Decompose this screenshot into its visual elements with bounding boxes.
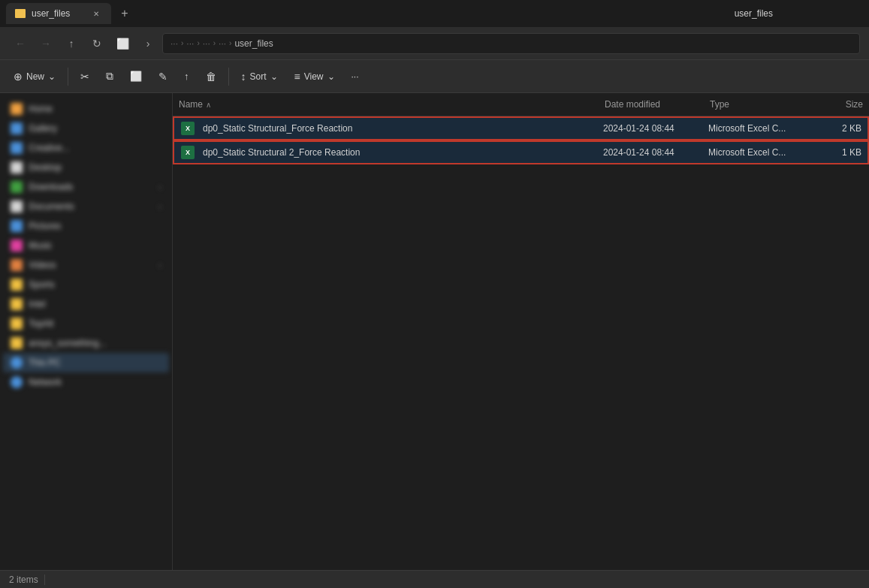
sidebar-item-network[interactable]: Network bbox=[3, 372, 169, 392]
sidebar-item-documents[interactable]: Documents › bbox=[3, 197, 169, 216]
file-name: dp0_Static Structural_Force Reaction bbox=[203, 123, 591, 134]
new-tab-button[interactable]: + bbox=[114, 3, 135, 24]
tab-user-files[interactable]: user_files ✕ bbox=[6, 3, 111, 24]
breadcrumb-separator: › bbox=[181, 39, 183, 47]
column-type[interactable]: Type bbox=[704, 96, 809, 113]
file-list: Name ∧ Date modified Type Size X dp0_Sta… bbox=[173, 93, 869, 570]
cut-icon: ✂ bbox=[80, 71, 89, 83]
sidebar-item-videos[interactable]: Videos › bbox=[3, 255, 169, 275]
toolbar-separator bbox=[68, 68, 68, 86]
content-area: Home Gallery Creative... Desktop Downloa… bbox=[0, 93, 869, 570]
sidebar-item-topalt[interactable]: TopAlt bbox=[3, 314, 169, 333]
view-label: View bbox=[304, 71, 324, 82]
column-name[interactable]: Name ∧ bbox=[173, 96, 599, 113]
folder-icon bbox=[11, 337, 23, 349]
folder-icon bbox=[11, 298, 23, 310]
folder-icon bbox=[11, 161, 23, 173]
sidebar-item-music[interactable]: Music bbox=[3, 236, 169, 255]
file-type: Microsoft Excel C... bbox=[702, 144, 807, 161]
sidebar-item-count: › bbox=[158, 182, 161, 191]
breadcrumb-segment: user_files bbox=[234, 38, 273, 49]
sort-button[interactable]: ↕ Sort ⌄ bbox=[234, 67, 285, 86]
breadcrumb-items: ··· › ··· › ··· › ··· › user_files bbox=[170, 38, 273, 49]
sidebar-item-count: › bbox=[158, 261, 161, 270]
sidebar-item-pictures[interactable]: Pictures bbox=[3, 216, 169, 236]
new-button[interactable]: ⊕ New ⌄ bbox=[6, 67, 63, 86]
column-date[interactable]: Date modified bbox=[599, 96, 704, 113]
share-icon: ↑ bbox=[184, 71, 189, 82]
sidebar-item-label: Music bbox=[29, 240, 52, 251]
status-separator bbox=[44, 574, 45, 585]
folder-icon bbox=[11, 259, 23, 271]
more-icon: ··· bbox=[352, 71, 359, 82]
navigation-bar: ← → ↑ ↻ ⬜ › ··· › ··· › ··· › ··· › user… bbox=[0, 27, 869, 60]
sidebar-item-gallery[interactable]: Gallery bbox=[3, 119, 169, 138]
sidebar-item-thispc[interactable]: This PC bbox=[3, 353, 169, 372]
breadcrumb-segment: ··· bbox=[219, 38, 226, 49]
sidebar-item-downloads[interactable]: Downloads › bbox=[3, 177, 169, 197]
folder-icon bbox=[11, 279, 23, 291]
window-title: user_files bbox=[735, 8, 863, 19]
breadcrumb-segment: ··· bbox=[186, 38, 194, 49]
sidebar-item-ansys[interactable]: ansys_something... bbox=[3, 333, 169, 353]
breadcrumb-separator: › bbox=[229, 39, 231, 47]
view-icon: ⬜ bbox=[116, 38, 129, 50]
sidebar-item-label: Documents bbox=[29, 201, 74, 212]
chevron-button[interactable]: › bbox=[137, 32, 159, 55]
toolbar-separator bbox=[228, 68, 229, 86]
breadcrumb-separator: › bbox=[197, 39, 199, 47]
file-icon: X bbox=[180, 145, 195, 160]
sort-chevron-icon: ⌄ bbox=[270, 71, 278, 82]
view-toggle-button[interactable]: ⬜ bbox=[111, 32, 134, 55]
folder-icon bbox=[11, 181, 23, 193]
view-chevron-icon: ⌄ bbox=[327, 71, 335, 82]
sidebar-item-label: Pictures bbox=[29, 221, 61, 231]
file-row[interactable]: X dp0_Static Structural_Force Reaction 2… bbox=[173, 116, 869, 140]
share-button[interactable]: ↑ bbox=[177, 67, 197, 86]
file-date: 2024-01-24 08:44 bbox=[597, 120, 702, 137]
breadcrumb-bar[interactable]: ··· › ··· › ··· › ··· › user_files bbox=[162, 33, 860, 54]
sidebar-item-creative[interactable]: Creative... bbox=[3, 138, 169, 158]
back-icon: ← bbox=[15, 38, 26, 50]
folder-icon bbox=[11, 103, 23, 115]
delete-button[interactable]: 🗑 bbox=[198, 67, 224, 86]
sort-icon: ↕ bbox=[241, 71, 246, 83]
copy-button[interactable]: ⧉ bbox=[98, 66, 121, 86]
file-date: 2024-01-24 08:44 bbox=[597, 144, 702, 161]
sidebar-item-label: Downloads bbox=[29, 182, 73, 192]
pc-icon bbox=[11, 357, 23, 369]
sidebar-item-count: › bbox=[158, 202, 161, 211]
file-row[interactable]: X dp0_Static Structural 2_Force Reaction… bbox=[173, 140, 869, 164]
forward-button[interactable]: → bbox=[35, 32, 57, 55]
file-list-header: Name ∧ Date modified Type Size bbox=[173, 93, 869, 116]
title-bar: user_files ✕ + user_files bbox=[0, 0, 869, 27]
file-size: 2 KB bbox=[807, 120, 867, 137]
view-icon: ≡ bbox=[294, 71, 300, 83]
tab-close-button[interactable]: ✕ bbox=[90, 8, 102, 20]
up-button[interactable]: ↑ bbox=[60, 32, 83, 55]
refresh-button[interactable]: ↻ bbox=[86, 32, 108, 55]
file-size: 1 KB bbox=[807, 144, 867, 161]
column-date-label: Date modified bbox=[605, 99, 660, 110]
view-button[interactable]: ≡ View ⌄ bbox=[287, 67, 342, 86]
tab-folder-icon bbox=[15, 9, 26, 18]
sidebar: Home Gallery Creative... Desktop Downloa… bbox=[0, 93, 173, 570]
back-button[interactable]: ← bbox=[9, 32, 32, 55]
sidebar-item-label: This PC bbox=[29, 357, 61, 368]
rename-button[interactable]: ✎ bbox=[151, 67, 175, 86]
sidebar-item-home[interactable]: Home bbox=[3, 99, 169, 119]
excel-icon: X bbox=[181, 122, 195, 135]
sort-arrow-icon: ∧ bbox=[206, 101, 211, 109]
cut-button[interactable]: ✂ bbox=[73, 67, 97, 86]
more-button[interactable]: ··· bbox=[344, 68, 367, 86]
breadcrumb-separator: › bbox=[213, 39, 216, 47]
column-size[interactable]: Size bbox=[809, 96, 869, 113]
column-size-label: Size bbox=[846, 99, 863, 110]
sidebar-item-label: Gallery bbox=[29, 123, 57, 134]
paste-button[interactable]: ⬜ bbox=[122, 67, 149, 86]
sidebar-item-sports[interactable]: Sports bbox=[3, 275, 169, 294]
sidebar-item-intel[interactable]: Intel bbox=[3, 294, 169, 314]
file-type: Microsoft Excel C... bbox=[702, 120, 807, 137]
folder-icon bbox=[11, 142, 23, 154]
sidebar-item-desktop[interactable]: Desktop bbox=[3, 158, 169, 177]
